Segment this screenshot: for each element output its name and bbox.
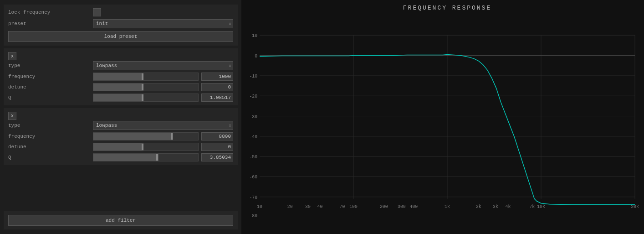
filter2-section: x type lowpass highpass bandpass notch ⇕… bbox=[4, 108, 238, 165]
preset-label: preset bbox=[8, 21, 90, 26]
filter1-q-value[interactable] bbox=[201, 94, 233, 102]
filter1-type-wrapper: lowpass highpass bandpass notch ⇕ bbox=[93, 61, 233, 70]
filter2-type-select[interactable]: lowpass highpass bandpass notch bbox=[93, 121, 233, 130]
filter2-rows: type lowpass highpass bandpass notch ⇕ f… bbox=[8, 121, 233, 161]
filter2-detune-row: detune bbox=[8, 143, 233, 151]
svg-text:-50: -50 bbox=[249, 155, 257, 160]
filter1-detune-row: detune bbox=[8, 83, 233, 91]
filter1-freq-slider[interactable] bbox=[93, 73, 199, 81]
add-section: add filter bbox=[4, 211, 238, 229]
filter1-rows: type lowpass highpass bandpass notch ⇕ f… bbox=[8, 61, 233, 102]
filter1-section: x type lowpass highpass bandpass notch ⇕… bbox=[4, 48, 238, 105]
filter2-q-slider[interactable] bbox=[93, 153, 199, 161]
filter2-close-button[interactable]: x bbox=[8, 112, 16, 120]
filter2-detune-slider[interactable] bbox=[93, 143, 199, 151]
filter1-q-slider[interactable] bbox=[93, 94, 199, 102]
svg-text:-30: -30 bbox=[249, 114, 257, 119]
filter1-close-button[interactable]: x bbox=[8, 52, 16, 60]
filter1-type-row: type lowpass highpass bandpass notch ⇕ bbox=[8, 61, 233, 70]
filter1-freq-value[interactable] bbox=[201, 73, 233, 81]
filter1-type-select[interactable]: lowpass highpass bandpass notch bbox=[93, 61, 233, 70]
filter2-type-wrapper: lowpass highpass bandpass notch ⇕ bbox=[93, 121, 233, 130]
svg-text:-10: -10 bbox=[249, 74, 257, 79]
svg-text:-40: -40 bbox=[249, 135, 257, 140]
filter2-detune-label: detune bbox=[8, 144, 90, 150]
svg-text:-20: -20 bbox=[249, 94, 257, 99]
svg-text:-80: -80 bbox=[249, 213, 257, 218]
chart-title: FREQUENCY RESPONSE bbox=[260, 5, 635, 11]
svg-text:-60: -60 bbox=[249, 175, 257, 180]
svg-text:300: 300 bbox=[398, 204, 406, 209]
filter2-q-label: Q bbox=[8, 155, 90, 160]
chart-area: 10 0 -10 -20 -30 -40 -50 -60 -70 -80 10 … bbox=[260, 15, 635, 217]
filter2-freq-row: frequency bbox=[8, 132, 233, 140]
svg-text:4k: 4k bbox=[506, 204, 511, 209]
preset-row: preset init ⇕ bbox=[8, 19, 233, 28]
filter2-type-row: type lowpass highpass bandpass notch ⇕ bbox=[8, 121, 233, 130]
lock-freq-label: lock frequency bbox=[8, 10, 90, 15]
frequency-response-chart: 10 0 -10 -20 -30 -40 -50 -60 -70 -80 10 … bbox=[260, 15, 635, 217]
filter1-freq-row: frequency bbox=[8, 73, 233, 81]
left-panel: lock frequency preset init ⇕ load preset… bbox=[0, 0, 241, 234]
filter1-freq-label: frequency bbox=[8, 74, 90, 79]
filter1-type-label: type bbox=[8, 63, 90, 68]
svg-text:200: 200 bbox=[380, 204, 388, 209]
svg-text:3k: 3k bbox=[493, 204, 498, 209]
svg-text:70: 70 bbox=[340, 204, 345, 209]
filter2-freq-slider[interactable] bbox=[93, 132, 199, 140]
svg-text:100: 100 bbox=[349, 204, 358, 209]
svg-text:0: 0 bbox=[255, 54, 257, 59]
svg-text:400: 400 bbox=[410, 204, 418, 209]
lock-freq-row: lock frequency bbox=[8, 8, 233, 16]
svg-text:10: 10 bbox=[257, 204, 262, 209]
filter2-q-row: Q bbox=[8, 153, 233, 161]
svg-text:2k: 2k bbox=[476, 204, 481, 209]
filter2-q-value[interactable] bbox=[201, 153, 233, 161]
filter1-q-row: Q bbox=[8, 94, 233, 102]
svg-text:-70: -70 bbox=[249, 195, 257, 200]
right-panel: FREQUENCY RESPONSE 10 0 -10 -20 -30 -40 … bbox=[241, 0, 644, 234]
filter2-freq-value[interactable] bbox=[201, 132, 233, 140]
svg-text:7k: 7k bbox=[529, 204, 535, 209]
preset-select[interactable]: init bbox=[93, 19, 233, 28]
svg-text:10k: 10k bbox=[537, 204, 545, 209]
filter1-detune-slider[interactable] bbox=[93, 83, 199, 91]
preset-select-wrapper: init ⇕ bbox=[93, 19, 233, 28]
filter1-detune-value[interactable] bbox=[201, 83, 233, 91]
svg-text:10: 10 bbox=[252, 33, 257, 38]
filter2-detune-value[interactable] bbox=[201, 143, 233, 151]
lock-freq-checkbox[interactable] bbox=[93, 8, 101, 16]
filter1-q-label: Q bbox=[8, 95, 90, 100]
add-filter-button[interactable]: add filter bbox=[8, 215, 233, 226]
svg-text:30: 30 bbox=[305, 204, 311, 209]
load-preset-button[interactable]: load preset bbox=[8, 31, 233, 42]
filter1-detune-label: detune bbox=[8, 84, 90, 90]
svg-text:20: 20 bbox=[287, 204, 293, 209]
filter2-freq-label: frequency bbox=[8, 134, 90, 139]
top-section: lock frequency preset init ⇕ load preset bbox=[4, 5, 238, 46]
svg-text:1k: 1k bbox=[445, 204, 450, 209]
filter2-type-label: type bbox=[8, 123, 90, 128]
svg-text:40: 40 bbox=[317, 204, 323, 209]
